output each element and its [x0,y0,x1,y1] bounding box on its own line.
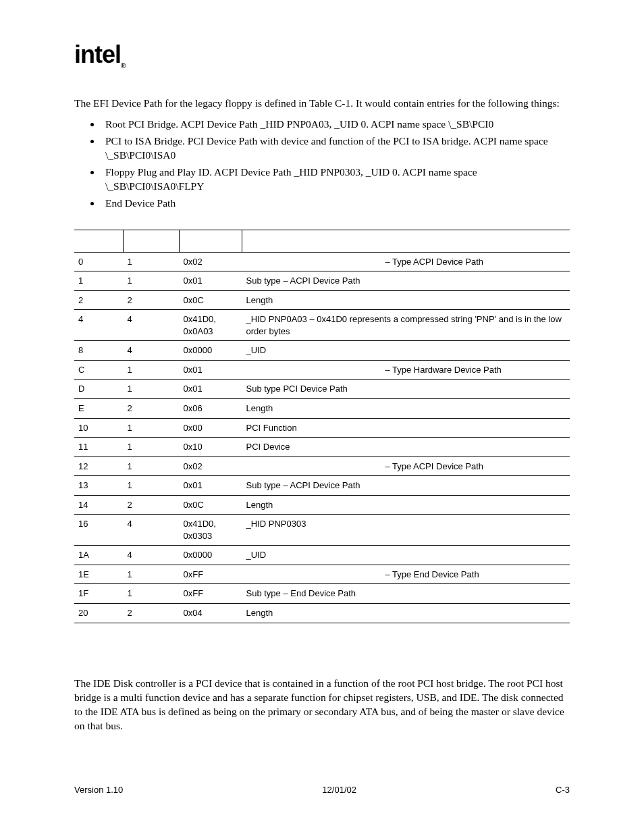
list-item: End Device Path [101,197,570,211]
table-cell: _HID PNP0303 [242,515,570,546]
footer-version: Version 1.10 [74,785,123,795]
table-cell: 0x04 [180,604,242,623]
table-cell: 0x0C [180,290,242,310]
table-cell: 0x01 [180,271,242,291]
table-cell: 0xFF [180,584,242,604]
intro-paragraph: The EFI Device Path for the legacy flopp… [74,97,570,111]
table-cell: 0x10 [180,438,242,457]
table-cell: 2 [124,604,180,623]
table-cell: 8 [74,341,124,361]
table-header [74,230,124,252]
table-row: 1010x00PCI Function [74,418,570,438]
table-row: 1640x41D0, 0x0303_HID PNP0303 [74,515,570,546]
table-row: 220x0CLength [74,290,570,310]
table-cell: – Type ACPI Device Path [242,457,570,476]
table-row: 840x0000_UID [74,341,570,361]
bullet-list: Root PCI Bridge. ACPI Device Path _HID P… [74,118,570,211]
table-cell: 4 [124,310,180,341]
table-cell: 0x0C [180,495,242,515]
table-cell: 0x41D0, 0x0A03 [180,310,242,341]
ide-paragraph: The IDE Disk controller is a PCI device … [74,677,570,733]
table-cell: 1 [124,360,180,380]
table-cell: 4 [124,546,180,565]
page-footer: Version 1.10 12/01/02 C-3 [74,785,570,795]
table-row: 1110x10PCI Device [74,438,570,457]
table-cell: Length [242,604,570,623]
table-cell: 13 [74,476,124,496]
table-row: 1210x02 – Type ACPI Device Path [74,457,570,476]
table-cell: Sub type – End Device Path [242,584,570,604]
table-cell: PCI Function [242,418,570,438]
table-cell: 2 [74,290,124,310]
table-cell: 11 [74,438,124,457]
table-cell: 2 [124,495,180,515]
table-cell: 16 [74,515,124,546]
table-row: 1420x0CLength [74,495,570,515]
table-cell: 1 [124,380,180,399]
table-cell: 0x06 [180,399,242,419]
table-cell: 0x02 [180,252,242,271]
device-path-table: 010x02 – Type ACPI Device Path110x01Sub … [74,230,570,623]
table-cell: 1 [74,271,124,291]
table-cell: Sub type – ACPI Device Path [242,271,570,291]
table-row: 1E10xFF – Type End Device Path [74,565,570,584]
table-cell: 1 [124,418,180,438]
table-cell: Sub type – ACPI Device Path [242,476,570,496]
table-row: 110x01Sub type – ACPI Device Path [74,271,570,291]
table-cell: – Type Hardware Device Path [242,360,570,380]
table-cell: Length [242,495,570,515]
table-cell: PCI Device [242,438,570,457]
table-cell: 0x0000 [180,546,242,565]
table-row: D10x01Sub type PCI Device Path [74,380,570,399]
table-row: 440x41D0, 0x0A03_HID PNP0A03 – 0x41D0 re… [74,310,570,341]
table-row: 2020x04Length [74,604,570,623]
table-cell: 10 [74,418,124,438]
table-header [180,230,242,252]
table-cell: 12 [74,457,124,476]
table-header [242,230,570,252]
table-cell: 1 [124,271,180,291]
table-cell: 0xFF [180,565,242,584]
table-cell: 20 [74,604,124,623]
table-cell: Sub type PCI Device Path [242,380,570,399]
table-cell: 2 [124,399,180,419]
table-cell: 0x0000 [180,341,242,361]
table-cell: 1A [74,546,124,565]
table-cell: 1 [124,252,180,271]
table-cell: E [74,399,124,419]
table-row: C10x01 – Type Hardware Device Path [74,360,570,380]
table-cell: 0x01 [180,476,242,496]
footer-page: C-3 [556,785,570,795]
list-item: PCI to ISA Bridge. PCI Device Path with … [101,134,570,163]
table-cell: 0x00 [180,418,242,438]
intel-logo: intel® [74,41,570,70]
list-item: Root PCI Bridge. ACPI Device Path _HID P… [101,118,570,132]
table-cell: 1 [124,565,180,584]
list-item: Floppy Plug and Play ID. ACPI Device Pat… [101,165,570,194]
table-cell: 4 [124,515,180,546]
table-cell: D [74,380,124,399]
table-row: 1A40x0000_UID [74,546,570,565]
table-cell: C [74,360,124,380]
table-header [124,230,180,252]
table-cell: 0x01 [180,360,242,380]
table-row: 1F10xFFSub type – End Device Path [74,584,570,604]
table-cell: _UID [242,546,570,565]
table-cell: 1 [124,457,180,476]
table-row: 1310x01Sub type – ACPI Device Path [74,476,570,496]
table-cell: _UID [242,341,570,361]
table-cell: 0x41D0, 0x0303 [180,515,242,546]
table-cell: 1F [74,584,124,604]
table-row: E20x06Length [74,399,570,419]
table-cell: 1 [124,584,180,604]
table-cell: 0 [74,252,124,271]
footer-date: 12/01/02 [322,785,356,795]
table-cell: _HID PNP0A03 – 0x41D0 represents a compr… [242,310,570,341]
table-cell: 4 [74,310,124,341]
table-cell: – Type End Device Path [242,565,570,584]
table-cell: 0x01 [180,380,242,399]
table-cell: 1 [124,438,180,457]
table-cell: 1E [74,565,124,584]
table-cell: 2 [124,290,180,310]
table-cell: Length [242,399,570,419]
